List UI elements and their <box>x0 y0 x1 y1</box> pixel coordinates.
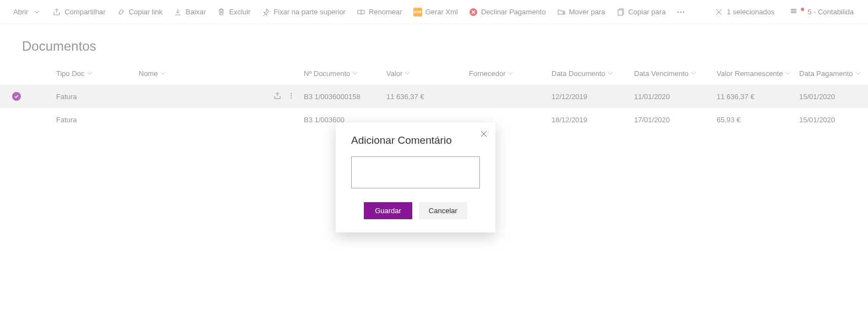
dialog-title: Adicionar Comentário <box>351 134 480 147</box>
dialog-close-button[interactable] <box>480 130 488 139</box>
add-comment-dialog: Adicionar Comentário Guardar Cancelar <box>336 122 495 232</box>
save-button[interactable]: Guardar <box>364 202 412 219</box>
cancel-button[interactable]: Cancelar <box>419 202 467 219</box>
comment-input[interactable] <box>351 156 480 188</box>
